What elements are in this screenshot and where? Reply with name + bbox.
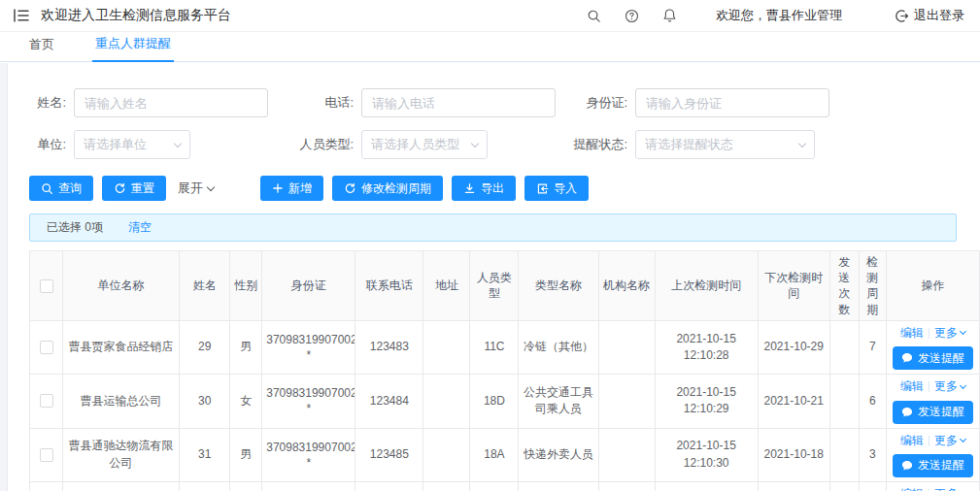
divider: [929, 381, 929, 392]
row-checkbox[interactable]: [40, 448, 53, 462]
cell-send-count: [829, 320, 859, 374]
export-button[interactable]: 导出: [452, 176, 516, 201]
message-icon: [901, 460, 913, 472]
collapse-menu-icon[interactable]: [14, 9, 29, 22]
selected-count-text: 已选择 0项: [47, 219, 103, 236]
bell-icon[interactable]: [662, 8, 677, 23]
person-type-select[interactable]: 请选择人员类型: [361, 130, 488, 159]
cell-id-card: 370983199070021****: [262, 428, 355, 481]
cell-org: [598, 481, 655, 491]
table-header-row: 单位名称 姓名 性别 身份证 联系电话 地址 人员类型 类型名称 机构名称 上次…: [30, 251, 980, 321]
cell-next-check: 2021-10-18: [758, 481, 829, 491]
cell-operations: 编辑 更多 发送提醒: [886, 428, 979, 481]
cell-operations: 编辑 更多 发送提醒: [886, 320, 979, 374]
col-org-name: 机构名称: [598, 251, 655, 321]
tab-home[interactable]: 首页: [26, 36, 57, 61]
divider: [929, 328, 929, 339]
col-name: 姓名: [180, 251, 230, 321]
name-input[interactable]: [74, 88, 268, 117]
cell-org: [598, 375, 655, 428]
cell-operations: 编辑 更多 发送提醒: [886, 481, 979, 491]
cell-person-type: 11C: [470, 320, 519, 374]
cell-operations: 编辑 更多 发送提醒: [886, 375, 979, 428]
cell-cycle: 7: [859, 320, 886, 374]
col-check-cycle: 检测周期: [859, 251, 886, 321]
remind-status-select[interactable]: 请选择提醒状态: [635, 130, 815, 159]
chevron-down-icon: [960, 328, 966, 335]
filter-name: 姓名:: [17, 88, 287, 117]
divider: [929, 436, 929, 446]
col-id-card: 身份证: [262, 251, 355, 321]
cell-address: [423, 481, 470, 491]
name-label: 姓名:: [17, 94, 66, 112]
edit-link[interactable]: 编辑: [900, 378, 924, 395]
col-person-type: 人员类型: [470, 251, 519, 321]
cell-type-name: 公共交通工具司乘人员: [519, 375, 598, 428]
chevron-down-icon: [174, 139, 182, 147]
query-button[interactable]: 查询: [29, 176, 93, 201]
more-link[interactable]: 更多: [934, 433, 965, 449]
unit-label: 单位:: [17, 136, 66, 153]
filter-remind-status: 提醒状态: 请选择提醒状态: [561, 130, 815, 159]
search-icon[interactable]: [587, 9, 601, 23]
cell-org: [598, 428, 655, 481]
col-unit-name: 单位名称: [63, 251, 180, 321]
tab-key-population-reminder[interactable]: 重点人群提醒: [92, 35, 174, 62]
id-card-input[interactable]: [635, 88, 829, 117]
cell-name: 32: [180, 481, 230, 491]
download-icon: [463, 182, 476, 195]
cell-send-count: [829, 481, 859, 491]
more-link[interactable]: 更多: [934, 378, 965, 395]
cell-name: 30: [180, 375, 230, 428]
page-title: 欢迎进入卫生检测信息服务平台: [41, 7, 231, 24]
help-icon[interactable]: [625, 9, 639, 23]
row-checkbox[interactable]: [40, 394, 53, 408]
chevron-down-icon: [471, 139, 479, 147]
cell-id-card: 370983199070021****: [262, 375, 355, 428]
cell-phone: 123485: [355, 428, 423, 481]
col-phone: 联系电话: [355, 251, 423, 321]
cell-phone: 123483: [355, 320, 423, 374]
edit-link[interactable]: 编辑: [900, 433, 924, 449]
clear-selection-link[interactable]: 清空: [128, 219, 152, 236]
modify-cycle-button[interactable]: 修改检测周期: [332, 176, 443, 201]
magnifier-icon: [41, 182, 53, 195]
top-bar: 欢迎进入卫生检测信息服务平台 欢迎您，曹县作业管理 退出登录: [0, 0, 980, 32]
cell-address: [423, 428, 470, 481]
cell-gender: 女: [230, 375, 262, 428]
send-remind-button[interactable]: 发送提醒: [893, 401, 973, 424]
send-remind-button[interactable]: 发送提醒: [893, 454, 973, 477]
cell-phone: 123486: [355, 481, 423, 491]
row-checkbox[interactable]: [40, 341, 53, 354]
more-link[interactable]: 更多: [934, 486, 965, 491]
cell-type-name: 冷链（其他）: [519, 320, 598, 374]
reset-button[interactable]: 重置: [102, 176, 166, 201]
collapsed-sidebar-strip: [0, 63, 8, 491]
cell-type-name: 快递外卖人员: [519, 481, 598, 491]
refresh-icon: [114, 182, 126, 195]
filter-form: 姓名: 电话: 身份证: 单位: 请选择单位 人员类型: 请选择人员类型: [0, 62, 980, 159]
remind-status-label: 提醒状态:: [561, 136, 627, 153]
edit-link[interactable]: 编辑: [900, 325, 924, 342]
cell-unit: 曹县通驰达物流有限公司: [63, 428, 180, 481]
logout-icon: [895, 9, 909, 23]
more-link[interactable]: 更多: [934, 325, 965, 342]
person-type-select-placeholder: 请选择人员类型: [371, 136, 459, 153]
filter-phone: 电话:: [287, 88, 561, 117]
refresh-icon: [344, 182, 356, 195]
unit-select[interactable]: 请选择单位: [74, 130, 190, 159]
import-button[interactable]: 导入: [524, 176, 589, 201]
logout-button[interactable]: 退出登录: [871, 7, 964, 24]
edit-link[interactable]: 编辑: [900, 486, 924, 491]
cell-org: [598, 320, 655, 374]
expand-link[interactable]: 展开: [178, 180, 214, 197]
select-all-checkbox[interactable]: [40, 279, 53, 293]
phone-input[interactable]: [361, 88, 556, 117]
send-remind-button[interactable]: 发送提醒: [893, 346, 973, 370]
chevron-down-icon: [798, 139, 806, 147]
cell-person-type: 18D: [470, 375, 519, 428]
add-button[interactable]: 新增: [260, 176, 323, 201]
plus-icon: [272, 182, 284, 194]
remind-status-select-placeholder: 请选择提醒状态: [645, 136, 733, 153]
cell-unit: 曹县钟口顺丰速运网点: [63, 481, 180, 491]
